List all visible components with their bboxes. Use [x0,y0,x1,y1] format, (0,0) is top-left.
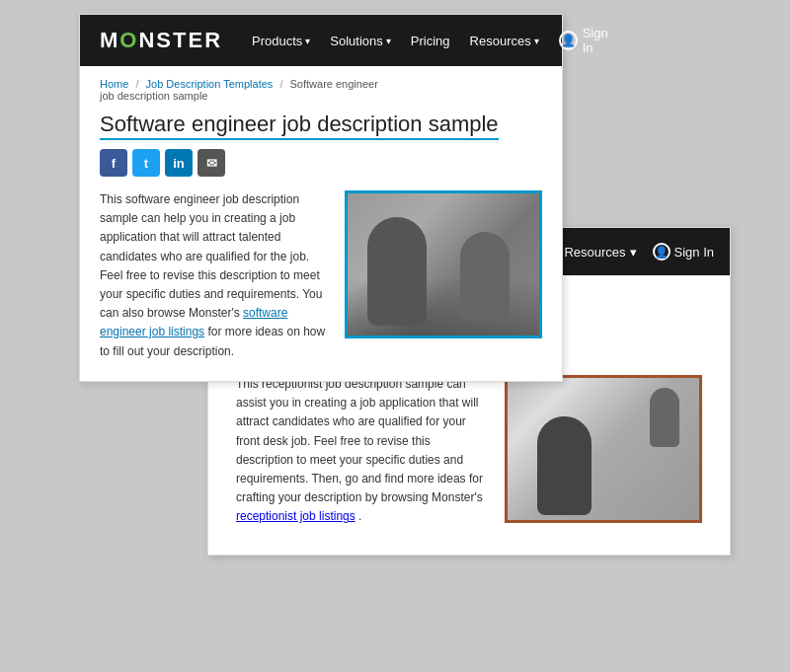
back-content-layout: This receptionist job description sample… [236,375,702,527]
page-title: Software engineer job description sample [100,112,499,140]
breadcrumb-current: Software engineer [290,78,378,90]
breadcrumb-sep-1: / [135,78,138,90]
resources-chevron-icon: ▾ [534,36,539,46]
user-circle-icon: 👤 [653,243,671,261]
solutions-chevron-icon: ▾ [386,36,391,46]
breadcrumb-templates[interactable]: Job Description Templates [146,78,274,90]
nav-solutions[interactable]: Solutions ▾ [330,34,390,48]
twitter-button[interactable]: t [132,149,160,177]
social-icons: f t in ✉ [100,149,542,177]
back-nav-signin[interactable]: 👤 Sign In [653,243,714,261]
email-button[interactable]: ✉ [198,149,225,177]
breadcrumb-sep-2: / [279,78,282,90]
title-wrapper: Software engineer job description sample [100,112,542,137]
logo: MONSTER [100,28,222,53]
main-content: Software engineer job description sample… [80,102,562,381]
nav-products[interactable]: Products ▾ [252,34,310,48]
back-nav-resources[interactable]: Resources ▾ [564,245,636,260]
products-chevron-icon: ▾ [305,36,310,46]
navbar: MONSTER Products ▾ Solutions ▾ Pricing R… [80,15,562,66]
user-icon: 👤 [559,31,578,50]
breadcrumb-sub: job description sample [100,90,207,102]
back-content-image [505,375,702,523]
nav-resources[interactable]: Resources ▾ [470,34,539,48]
breadcrumb: Home / Job Description Templates / Softw… [80,66,562,102]
office-photo [348,193,539,336]
person-silhouette-1 [537,416,592,515]
signin-button[interactable]: 👤 Sign In [559,26,609,55]
facebook-button[interactable]: f [100,149,127,177]
back-receptionist-link[interactable]: receptionist job listings [236,509,356,523]
breadcrumb-home[interactable]: Home [100,78,128,90]
linkedin-button[interactable]: in [165,149,193,177]
chevron-down-icon: ▾ [630,245,637,260]
logo-highlight: O [119,28,138,52]
office-person-1 [367,217,427,326]
office-person-2 [460,232,510,321]
back-content-text: This receptionist job description sample… [236,375,489,527]
front-card: MONSTER Products ▾ Solutions ▾ Pricing R… [79,14,563,382]
content-layout: This software engineer job description s… [100,190,542,361]
nav-pricing[interactable]: Pricing [411,34,450,48]
person-silhouette-2 [650,388,679,447]
content-text: This software engineer job description s… [100,190,329,361]
content-image [345,190,542,338]
back-office-photo [508,378,699,520]
